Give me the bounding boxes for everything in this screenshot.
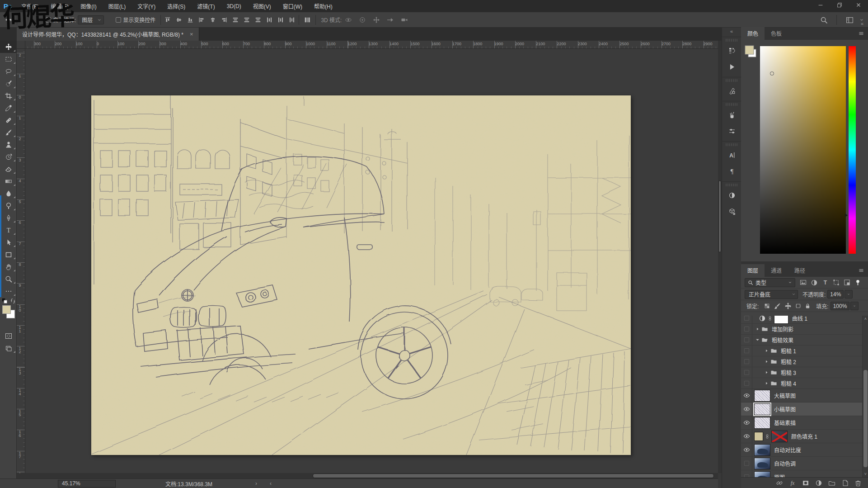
filter-adjustment-layers-icon[interactable] [811, 279, 818, 286]
align-bottom-edges-icon[interactable] [187, 15, 194, 25]
layer-thumbnail[interactable] [754, 458, 770, 469]
vertical-ruler[interactable]: 210123456789101112131415161718 [17, 49, 25, 473]
align-right-edges-icon[interactable] [221, 15, 228, 25]
canvas-vertical-scrollbar[interactable] [718, 41, 722, 473]
tab-color[interactable]: 颜色 [741, 27, 765, 40]
canvas-pasteboard[interactable] [25, 49, 718, 473]
brushes-panel-icon[interactable] [722, 107, 741, 123]
mask-link-icon[interactable] [767, 316, 773, 321]
menu-dd[interactable]: 3D(D) [221, 0, 247, 12]
layer-filter-dropdown[interactable]: 类型 [745, 278, 795, 287]
menu-l[interactable]: 图层(L) [103, 0, 132, 12]
layer-name[interactable]: 基础素描 [774, 419, 796, 426]
distribute-left-edges-icon[interactable] [266, 15, 273, 25]
path-selection-tool[interactable] [0, 236, 17, 248]
show-transform-checkbox[interactable] [116, 17, 121, 23]
hue-slider[interactable] [849, 46, 856, 254]
menu-y[interactable]: 文字(Y) [131, 0, 161, 12]
filter-type-layers-icon[interactable]: T [822, 279, 829, 286]
dodge-tool[interactable] [0, 199, 17, 212]
zoom-tool[interactable] [0, 273, 17, 285]
restore-button[interactable] [830, 0, 849, 10]
layer-style-icon[interactable]: fx [789, 479, 796, 487]
edit-toolbar-button[interactable] [0, 285, 17, 297]
layer-row[interactable]: 粗糙 3 [741, 367, 868, 378]
opacity-field[interactable]: 14% [827, 290, 844, 298]
visibility-empty-box[interactable] [741, 346, 752, 356]
layer-row[interactable]: 自动对比度 [741, 443, 868, 457]
add-layer-mask-icon[interactable] [802, 479, 809, 487]
menu-e[interactable]: 编辑(E) [45, 0, 75, 12]
new-group-icon[interactable] [828, 479, 835, 487]
tab-close-icon[interactable]: × [190, 31, 193, 38]
rectangle-tool[interactable] [0, 248, 17, 261]
chevron-right-icon[interactable] [754, 327, 760, 332]
close-button[interactable] [849, 0, 868, 10]
brush-settings-panel-icon[interactable] [722, 123, 741, 139]
disabled-mask-thumbnail[interactable] [771, 431, 788, 442]
adjustments-panel-icon[interactable] [722, 187, 741, 204]
visibility-empty-box[interactable] [741, 356, 752, 367]
blend-mode-dropdown[interactable]: 正片叠底 [745, 290, 798, 299]
visibility-empty-box[interactable] [741, 335, 752, 345]
scrollbar-thumb[interactable] [718, 180, 721, 252]
workspace-selector[interactable] [845, 15, 854, 25]
visibility-empty-box[interactable] [741, 316, 752, 323]
link-layers-icon[interactable] [776, 479, 783, 487]
properties-panel-icon[interactable] [722, 83, 741, 99]
layer-name[interactable]: 原图 [774, 473, 785, 477]
filter-pin-icon[interactable] [854, 279, 861, 286]
ruler-origin-corner[interactable] [17, 41, 25, 49]
layer-row[interactable]: 基础素描 [741, 416, 868, 430]
rectangular-marquee-tool[interactable] [0, 53, 17, 65]
menu-w[interactable]: 窗口(W) [277, 0, 308, 12]
horizontal-type-tool[interactable]: T [0, 224, 17, 236]
tab-channels[interactable]: 通道 [765, 264, 788, 277]
swap-colors-icon[interactable] [10, 298, 16, 304]
history-panel-icon[interactable] [722, 43, 741, 59]
tab-layers[interactable]: 图层 [741, 264, 765, 277]
layer-name[interactable]: 小稿草图 [774, 405, 796, 413]
horizontal-ruler[interactable]: 3002001000100200300400500600700800900100… [25, 41, 718, 49]
layer-row[interactable]: 自动色调 [741, 457, 868, 470]
chevron-down-icon[interactable] [754, 337, 760, 342]
distribute-bottom-edges-icon[interactable] [254, 15, 262, 25]
new-adjustment-layer-icon[interactable] [815, 479, 822, 487]
hue-slider-marker[interactable] [845, 213, 848, 217]
quick-mask-button[interactable] [0, 330, 17, 342]
tab-paths[interactable]: 路径 [788, 264, 812, 277]
layer-row[interactable]: 原图 [741, 470, 868, 477]
default-colors-icon[interactable] [2, 298, 8, 304]
layer-name[interactable]: 自动对比度 [774, 446, 801, 454]
menu-t[interactable]: 滤镜(T) [191, 0, 221, 12]
layer-thumbnail[interactable] [754, 403, 770, 415]
lock-transparency-icon[interactable] [764, 303, 770, 309]
screen-mode-button[interactable] [0, 342, 17, 354]
lock-position-icon[interactable] [784, 303, 792, 310]
visibility-eye-icon[interactable] [741, 416, 752, 429]
3d-camera-icon[interactable] [399, 15, 409, 25]
new-layer-icon[interactable] [841, 479, 849, 487]
collapse-panels-icon[interactable]: « [861, 21, 863, 26]
distribute-right-edges-icon[interactable] [288, 15, 296, 25]
quick-selection-tool[interactable] [0, 77, 17, 90]
3d-rotate-icon[interactable] [343, 15, 353, 25]
visibility-empty-box[interactable] [741, 367, 752, 378]
layer-row[interactable]: 颜色填充 1 [741, 430, 868, 443]
lock-pixels-icon[interactable] [774, 303, 781, 310]
filter-smart-objects-icon[interactable] [844, 279, 850, 286]
layer-name[interactable]: 粗糙 4 [781, 379, 796, 387]
lock-artboard-icon[interactable] [795, 303, 801, 309]
layer-mask-thumbnail[interactable] [774, 316, 788, 324]
opacity-chevron[interactable] [845, 290, 853, 298]
visibility-eye-icon[interactable] [741, 430, 752, 443]
scroll-down-icon[interactable]: ˅ [863, 472, 868, 476]
distribute-top-edges-icon[interactable] [232, 15, 239, 25]
layer-row[interactable]: 大稿草图 [741, 389, 868, 403]
layer-name[interactable]: 粗糙 3 [781, 369, 796, 376]
pen-tool[interactable] [0, 212, 17, 224]
chevron-right-icon[interactable] [763, 359, 769, 364]
layers-scrollbar[interactable]: ˄ ˅ [862, 316, 868, 477]
visibility-empty-box[interactable] [741, 324, 752, 334]
layer-thumbnail[interactable] [754, 444, 770, 456]
